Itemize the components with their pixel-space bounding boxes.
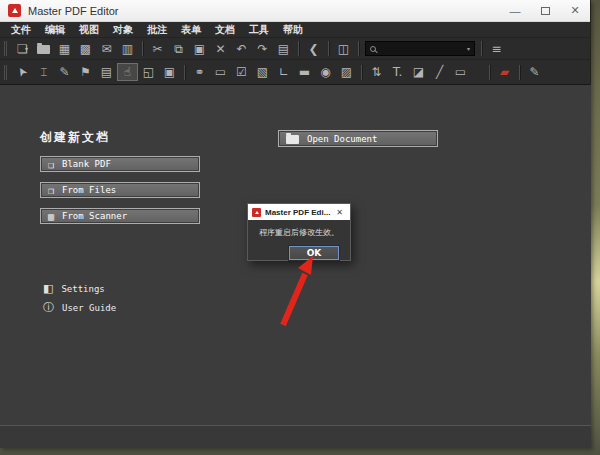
open-file-button[interactable]: ▾ [33, 40, 54, 58]
window-controls: — ✕ [500, 0, 590, 21]
toolbar-separator [328, 41, 329, 56]
menu-item-view[interactable]: 视图 [72, 22, 106, 37]
title-bar: Master PDF Editor — ✕ [0, 0, 590, 22]
search-box: ▾ [365, 41, 475, 56]
radio-button-tool-button[interactable]: ◉ [315, 63, 336, 81]
maximize-button[interactable] [530, 0, 560, 21]
file-toolbar: ❏▾ ▾ ▦ ▩ ✉ ▥ ✂ ⧉ ▣ ✕ ↶ ↷ ▤ ❮ ◫ ▾ ≡ [0, 37, 590, 59]
overflow-menu-button[interactable]: ≡ [486, 40, 507, 58]
app-logo-icon [252, 208, 261, 217]
open-document-label: Open Document [307, 134, 377, 144]
undo-button[interactable]: ↶ [231, 40, 252, 58]
rectangle-tool-button[interactable]: ▭ [450, 63, 471, 81]
menu-item-form[interactable]: 表单 [174, 22, 208, 37]
user-guide-link[interactable]: ⓘ User Guide [43, 300, 116, 315]
toolbar-drag-handle[interactable] [4, 65, 7, 80]
measure-tool-button[interactable]: ∟ [273, 63, 294, 81]
hand-tool-button[interactable]: ☝ [117, 63, 138, 81]
welcome-screen: 创建新文档 ❏ Blank PDF ❐ From Files ▥ From Sc… [0, 85, 591, 425]
dialog-title: Master PDF Edi... [265, 208, 333, 217]
toolbar-separator [298, 41, 299, 56]
image-stamp-tool-button[interactable]: ▨ [336, 63, 357, 81]
toolbar-separator [184, 65, 185, 80]
minimize-button[interactable]: — [500, 0, 530, 21]
list-box-tool-button[interactable]: ▧ [252, 63, 273, 81]
save-button[interactable]: ▦ [54, 40, 75, 58]
app-window: Master PDF Editor — ✕ 文件 编辑 视图 对象 批注 表单 … [0, 0, 591, 448]
menu-item-edit[interactable]: 编辑 [38, 22, 72, 37]
user-guide-label: User Guide [62, 303, 116, 313]
settings-label: Settings [61, 284, 104, 294]
menu-item-file[interactable]: 文件 [4, 22, 38, 37]
select-annotation-tool-button[interactable]: ⚑ [75, 63, 96, 81]
properties-button[interactable]: ▤ [273, 40, 294, 58]
toolbar-separator [358, 41, 359, 56]
cut-button[interactable]: ✂ [147, 40, 168, 58]
text-tool-button[interactable]: T. [387, 63, 408, 81]
print-button[interactable]: ▥ [117, 40, 138, 58]
copy-button[interactable]: ⧉ [168, 40, 189, 58]
status-bar [0, 425, 591, 448]
search-icon [370, 46, 376, 52]
message-dialog: Master PDF Edi... ✕ 程序重启后修改生效。 OK [247, 203, 351, 261]
toolbar-separator [481, 41, 482, 56]
open-folder-icon [286, 135, 299, 144]
new-document-button[interactable]: ❏▾ [12, 40, 33, 58]
line-tool-button[interactable]: ╱ [429, 63, 450, 81]
image-tool-button[interactable]: ◪ [408, 63, 429, 81]
from-scanner-label: From Scanner [62, 211, 127, 221]
window-title: Master PDF Editor [28, 5, 118, 17]
maximize-icon [541, 7, 550, 15]
app-logo-icon [8, 4, 21, 17]
crop-tool-button[interactable]: ◱ [138, 63, 159, 81]
snapshot-tool-button[interactable]: ▣ [159, 63, 180, 81]
from-files-button[interactable]: ❐ From Files [40, 182, 200, 198]
align-tool-button[interactable]: ⇅ [366, 63, 387, 81]
paste-button[interactable]: ▣ [189, 40, 210, 58]
menu-bar: 文件 编辑 视图 对象 批注 表单 文档 工具 帮助 [0, 22, 590, 37]
email-button[interactable]: ✉ [96, 40, 117, 58]
toolbar-separator [519, 65, 520, 80]
delete-button[interactable]: ✕ [210, 40, 231, 58]
edit-text-tool-button[interactable]: ⌶ [33, 63, 54, 81]
open-folder-icon [37, 45, 50, 54]
blank-pdf-label: Blank PDF [62, 159, 111, 169]
menu-item-tools[interactable]: 工具 [242, 22, 276, 37]
menu-item-document[interactable]: 文档 [208, 22, 242, 37]
menu-item-object[interactable]: 对象 [106, 22, 140, 37]
redo-button[interactable]: ↷ [252, 40, 273, 58]
from-scanner-button[interactable]: ▥ From Scanner [40, 208, 200, 224]
back-button[interactable]: ❮ [303, 40, 324, 58]
blank-pdf-button[interactable]: ❏ Blank PDF [40, 156, 200, 172]
select-tool-button[interactable]: ➤ [12, 63, 33, 81]
pen-icon: ✎ [529, 66, 539, 78]
toolbar-drag-handle[interactable] [4, 41, 7, 56]
dialog-title-bar: Master PDF Edi... ✕ [248, 204, 350, 220]
checkbox-tool-button[interactable]: ☑ [231, 63, 252, 81]
blank-page-icon: ❏ [48, 159, 54, 170]
highlight-tool-button[interactable]: ▰ [494, 63, 515, 81]
link-tool-button[interactable]: ⚭ [189, 63, 210, 81]
files-icon: ❐ [48, 185, 54, 196]
button-field-tool-button[interactable]: ▬ [294, 63, 315, 81]
text-field-tool-button[interactable]: ▭ [210, 63, 231, 81]
page-title: 创建新文档 [40, 129, 110, 146]
pen-tool-button[interactable]: ✎ [524, 63, 545, 81]
dialog-close-button[interactable]: ✕ [333, 208, 346, 217]
toolbar-separator [142, 41, 143, 56]
dialog-message: 程序重启后修改生效。 [248, 227, 350, 238]
tools-toolbar: ➤ ⌶ ✎ ⚑ ▤ ☝ ◱ ▣ ⚭ ▭ ☑ ▧ ∟ ▬ ◉ ▨ ⇅ T. ◪ ╱… [0, 59, 590, 85]
close-button[interactable]: ✕ [560, 0, 590, 21]
ok-button[interactable]: OK [289, 246, 339, 260]
page-preview-button[interactable]: ◫ [333, 40, 354, 58]
search-dropdown-icon[interactable]: ▾ [467, 45, 470, 52]
forms-tool-button[interactable]: ▤ [96, 63, 117, 81]
settings-link[interactable]: ◧ Settings [43, 282, 105, 295]
save-as-button[interactable]: ▩ [75, 40, 96, 58]
open-document-button[interactable]: Open Document [278, 130, 438, 147]
menu-item-comment[interactable]: 批注 [140, 22, 174, 37]
toolbar-separator [489, 65, 490, 80]
search-input[interactable] [380, 44, 467, 54]
menu-item-help[interactable]: 帮助 [276, 22, 310, 37]
edit-object-tool-button[interactable]: ✎ [54, 63, 75, 81]
